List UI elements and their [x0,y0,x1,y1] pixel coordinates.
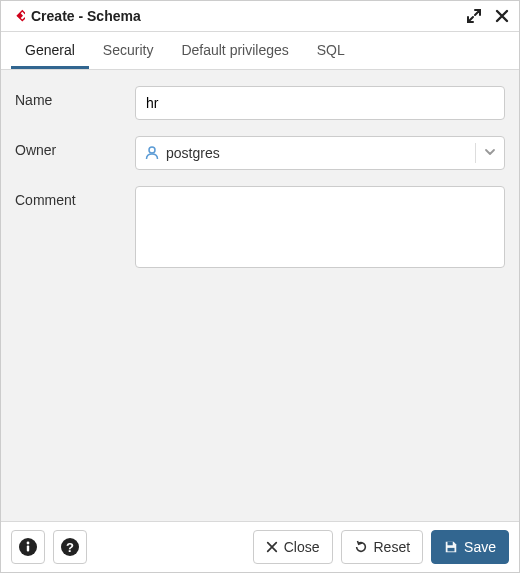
svg-point-4 [27,542,30,545]
create-schema-dialog: Create - Schema General Security Default… [0,0,520,573]
owner-select[interactable]: postgres [135,136,505,170]
close-button[interactable]: Close [253,530,333,564]
comment-label: Comment [15,186,135,208]
reset-button-label: Reset [374,539,411,555]
close-window-button[interactable] [493,7,511,25]
tab-general[interactable]: General [11,32,89,69]
tab-security[interactable]: Security [89,32,168,69]
name-input[interactable] [135,86,505,120]
user-icon [144,145,160,161]
svg-rect-8 [448,542,453,546]
save-button-label: Save [464,539,496,555]
close-button-label: Close [284,539,320,555]
svg-rect-5 [27,546,29,552]
svg-rect-1 [17,13,23,19]
svg-point-2 [149,147,155,153]
info-icon [18,537,38,557]
help-icon: ? [60,537,80,557]
x-icon [266,541,278,553]
dialog-title: Create - Schema [31,8,465,24]
close-icon [494,8,510,24]
name-label: Name [15,86,135,108]
titlebar: Create - Schema [1,1,519,32]
svg-rect-9 [448,548,455,552]
save-button[interactable]: Save [431,530,509,564]
select-separator [475,143,476,163]
dialog-footer: ? Close Reset Save [1,521,519,572]
maximize-icon [466,8,482,24]
help-button[interactable]: ? [53,530,87,564]
window-controls [465,7,511,25]
tab-bar: General Security Default privileges SQL [1,32,519,70]
svg-text:?: ? [66,540,74,555]
owner-label: Owner [15,136,135,158]
form-general: Name Owner postgres [1,70,519,521]
tab-default-privileges[interactable]: Default privileges [167,32,302,69]
comment-input[interactable] [135,186,505,268]
info-button[interactable] [11,530,45,564]
row-owner: Owner postgres [15,136,505,170]
owner-value: postgres [166,145,467,161]
row-comment: Comment [15,186,505,271]
maximize-button[interactable] [465,7,483,25]
chevron-down-icon [484,145,496,161]
save-icon [444,540,458,554]
row-name: Name [15,86,505,120]
reset-icon [354,540,368,554]
tab-sql[interactable]: SQL [303,32,359,69]
schema-icon [9,8,25,24]
reset-button[interactable]: Reset [341,530,424,564]
